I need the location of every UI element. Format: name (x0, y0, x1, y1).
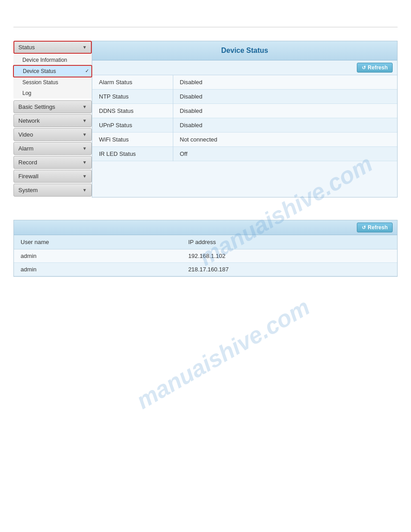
sidebar: Status ▼ Device Information Device Statu… (13, 41, 92, 197)
device-status-row: DDNS Status Disabled (92, 104, 397, 118)
content-area: Status ▼ Device Information Device Statu… (0, 27, 411, 290)
chevron-down-icon: ▼ (82, 160, 87, 165)
sidebar-subitem-session-status[interactable]: Session Status (13, 77, 92, 88)
sidebar-item-status-label: Status (18, 44, 35, 51)
status-row-label: NTP Status (92, 90, 173, 104)
session-refresh-bar: ↺ Refresh (14, 220, 397, 235)
device-status-row: NTP Status Disabled (92, 90, 397, 104)
session-table-row: admin 192.168.1.102 (14, 249, 397, 263)
sidebar-item-network-label: Network (18, 117, 40, 124)
sidebar-item-video[interactable]: Video ▼ (13, 128, 92, 141)
session-username: admin (14, 249, 181, 263)
sidebar-subitem-device-status[interactable]: Device Status (13, 65, 92, 77)
chevron-down-icon: ▼ (82, 104, 87, 109)
session-refresh-button[interactable]: ↺ Refresh (357, 223, 393, 232)
status-row-value: Not connected (173, 133, 397, 147)
sidebar-item-firewall[interactable]: Firewall ▼ (13, 170, 92, 183)
chevron-down-icon: ▼ (82, 174, 87, 179)
session-status-table: User name IP address admin 192.168.1.102… (14, 235, 397, 276)
sidebar-subitem-log[interactable]: Log (13, 88, 92, 99)
status-row-label: Alarm Status (92, 75, 173, 90)
status-row-value: Off (173, 147, 397, 161)
sidebar-item-basic-settings-label: Basic Settings (18, 103, 55, 110)
sidebar-item-system-label: System (18, 187, 38, 193)
session-table-wrapper: ↺ Refresh User name IP address admin 192… (13, 220, 398, 277)
device-status-refresh-bar: ↺ Refresh (92, 60, 397, 75)
status-row-value: Disabled (173, 118, 397, 133)
sidebar-item-alarm-label: Alarm (18, 145, 34, 152)
device-status-row: WiFi Status Not connected (92, 133, 397, 147)
status-row-label: WiFi Status (92, 133, 173, 147)
main-panel: Status ▼ Device Information Device Statu… (13, 41, 398, 197)
sidebar-item-alarm[interactable]: Alarm ▼ (13, 142, 92, 155)
sidebar-item-status[interactable]: Status ▼ (13, 41, 92, 54)
sidebar-item-system[interactable]: System ▼ (13, 184, 92, 197)
watermark-2: manuaishive.com (132, 293, 314, 414)
device-status-header: Device Status (92, 41, 397, 60)
status-row-value: Disabled (173, 90, 397, 104)
sidebar-item-video-label: Video (18, 131, 33, 138)
status-row-value: Disabled (173, 75, 397, 90)
refresh-icon: ↺ (362, 225, 366, 231)
sidebar-item-network[interactable]: Network ▼ (13, 114, 92, 127)
session-ip: 192.168.1.102 (181, 249, 397, 263)
session-ip: 218.17.160.187 (181, 263, 397, 276)
status-row-label: IR LED Status (92, 147, 173, 161)
chevron-down-icon: ▼ (82, 132, 87, 137)
device-status-row: IR LED Status Off (92, 147, 397, 161)
sidebar-subitem-device-information[interactable]: Device Information (13, 55, 92, 65)
chevron-down-icon: ▼ (82, 146, 87, 151)
sidebar-item-firewall-label: Firewall (18, 173, 39, 180)
device-status-row: Alarm Status Disabled (92, 75, 397, 90)
session-col-username: User name (14, 235, 181, 249)
chevron-down-icon: ▼ (82, 118, 87, 123)
status-row-value: Disabled (173, 104, 397, 118)
status-row-label: DDNS Status (92, 104, 173, 118)
session-username: admin (14, 263, 181, 276)
session-panel: ↺ Refresh User name IP address admin 192… (13, 220, 398, 277)
chevron-down-icon: ▼ (82, 45, 87, 50)
session-table-header-row: User name IP address (14, 235, 397, 249)
page-wrapper: Status ▼ Device Information Device Statu… (0, 27, 411, 532)
device-status-table: Alarm Status Disabled NTP Status Disable… (92, 75, 397, 161)
sidebar-item-basic-settings[interactable]: Basic Settings ▼ (13, 100, 92, 113)
device-status-panel: Device Status ↺ Refresh Alarm Status Dis… (92, 41, 398, 197)
refresh-icon: ↺ (362, 65, 366, 71)
sidebar-item-record-label: Record (18, 159, 37, 166)
device-status-row: UPnP Status Disabled (92, 118, 397, 133)
session-col-ip: IP address (181, 235, 397, 249)
device-status-refresh-button[interactable]: ↺ Refresh (357, 63, 393, 73)
sidebar-item-record[interactable]: Record ▼ (13, 156, 92, 169)
device-status-title: Device Status (221, 47, 268, 54)
session-table-row: admin 218.17.160.187 (14, 263, 397, 276)
chevron-down-icon: ▼ (82, 188, 87, 193)
status-row-label: UPnP Status (92, 118, 173, 133)
